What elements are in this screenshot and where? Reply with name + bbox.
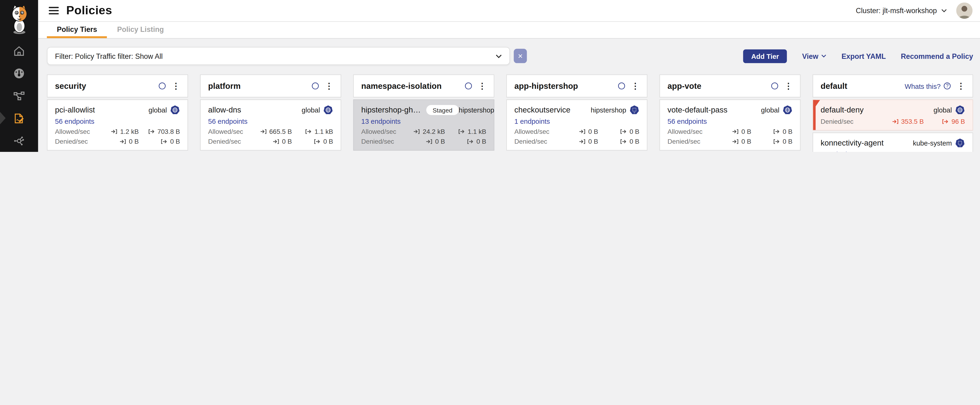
policy-name: hipstershop-gh…	[361, 106, 421, 114]
recommend-policy-button[interactable]: Recommend a Policy	[901, 52, 973, 60]
export-yaml-button[interactable]: Export YAML	[842, 52, 886, 60]
tab-policy-listing[interactable]: Policy Listing	[107, 22, 174, 38]
ingress-icon	[732, 128, 739, 134]
egress-icon	[467, 139, 474, 144]
denied-per-sec-row: Denied/sec 0 B 0 B	[55, 137, 180, 145]
allowed-label: Allowed/sec	[361, 128, 406, 135]
sidebar-item-endpoints[interactable]	[0, 89, 38, 103]
endpoints-link[interactable]: 56 endpoints	[668, 117, 707, 125]
policy-scope: global	[302, 105, 333, 115]
policy-name: pci-allowlist	[55, 106, 95, 114]
policy-name: checkoutservice	[514, 106, 570, 114]
allowed-egress-value: 703.8 B	[158, 128, 180, 135]
help-icon	[312, 83, 319, 89]
tier-name: app-vote	[668, 81, 702, 91]
policy-tier-column: namespace-isolation ⋮ hipstershop-gh… St…	[353, 74, 495, 152]
tier-cards: hipstershop-gh… Staged hipstershop ns 13…	[353, 99, 495, 152]
egress-icon	[314, 139, 321, 144]
tier-cards: pci-allowlist global 56 endpoints Allowe…	[47, 99, 188, 152]
denied-label: Denied/sec	[514, 137, 559, 145]
policy-scope-label: kube-system	[913, 139, 952, 147]
policy-card[interactable]: default-deny global Denied/sec 353.5 B 9…	[813, 99, 973, 131]
policy-scope-label: hipstershop	[591, 106, 626, 114]
policy-scope: global	[148, 105, 180, 115]
whats-this-link[interactable]	[156, 83, 165, 89]
policy-card[interactable]: hipstershop-gh… Staged hipstershop ns 13…	[353, 99, 495, 151]
user-avatar[interactable]	[956, 3, 972, 19]
denied-ingress-value: 0 B	[282, 137, 292, 145]
policy-card[interactable]: allow-dns global 56 endpoints Allowed/se…	[200, 99, 341, 151]
ingress-icon	[111, 128, 118, 134]
policy-scope-label: global	[934, 106, 952, 114]
endpoints-link[interactable]: 1 endpoints	[514, 117, 550, 125]
whats-this-link[interactable]: Whats this? ?	[905, 82, 951, 90]
endpoints-link[interactable]: 56 endpoints	[55, 117, 94, 125]
ingress-icon	[119, 139, 126, 144]
denied-egress-value: 96 B	[951, 117, 965, 125]
cluster-selector[interactable]: Cluster: jlt-msft-workshop	[856, 7, 937, 14]
tier-cards: default-deny global Denied/sec 353.5 B 9…	[813, 99, 973, 152]
policy-card[interactable]: pci-allowlist global 56 endpoints Allowe…	[47, 99, 188, 151]
namespace-scope-icon: ns	[955, 138, 965, 148]
denied-egress-value: 0 B	[476, 137, 486, 145]
tab-policy-tiers[interactable]: Policy Tiers	[47, 22, 107, 38]
policy-scope: global	[934, 105, 965, 115]
tier-name: namespace-isolation	[361, 81, 442, 91]
chevron-down-icon	[496, 54, 502, 58]
policy-scope-label: hipstershop	[458, 106, 494, 114]
policy-card[interactable]: checkoutservice hipstershop ns 1 endpoin…	[506, 99, 648, 151]
calico-cat-logo[interactable]	[5, 3, 33, 35]
policy-tier-column: app-vote ⋮ vote-default-pass global	[659, 74, 800, 152]
view-dropdown[interactable]: View	[802, 52, 827, 60]
clear-filter-button[interactable]: ×	[514, 49, 527, 63]
ingress-icon	[260, 128, 267, 134]
global-scope-icon	[783, 105, 792, 115]
endpoints-link[interactable]: 13 endpoints	[361, 117, 401, 125]
denied-per-sec-row: Denied/sec 0 B 0 B	[361, 137, 486, 145]
endpoints-link[interactable]: 56 endpoints	[208, 117, 248, 125]
view-label: View	[802, 52, 818, 60]
hamburger-menu-icon[interactable]	[49, 7, 59, 15]
policy-traffic-filter-dropdown[interactable]: Filter: Policy Traffic filter: Show All	[47, 47, 510, 65]
policy-scope: kube-system ns	[913, 138, 965, 148]
whats-this-link[interactable]	[309, 83, 319, 89]
policy-card[interactable]: vote-default-pass global 56 endpoints Al…	[659, 99, 800, 151]
sidebar-item-service-graph[interactable]	[0, 134, 38, 148]
home-icon	[13, 44, 25, 57]
sidebar-item-dashboard[interactable]	[0, 66, 38, 80]
tier-menu-kebab-icon[interactable]: ⋮	[478, 82, 486, 90]
tiers: security ⋮ pci-allowlist global	[47, 74, 973, 152]
whats-this-link[interactable]	[615, 83, 625, 89]
egress-icon	[620, 139, 627, 144]
tier-menu-kebab-icon[interactable]: ⋮	[631, 82, 640, 90]
whats-this-link[interactable]	[462, 83, 472, 89]
filter-label: Filter: Policy Traffic filter: Show All	[55, 52, 163, 60]
sidebar-item-home[interactable]	[0, 44, 38, 57]
allowed-label: Allowed/sec	[514, 128, 559, 135]
allowed-per-sec-row: Allowed/sec 0 B 0 B	[514, 128, 640, 135]
tier-header: app-hipstershop ⋮	[506, 74, 648, 97]
sidebar-item-policies[interactable]	[0, 111, 38, 125]
tier-cards: checkoutservice hipstershop ns 1 endpoin…	[506, 99, 648, 152]
header: Policies Cluster: jlt-msft-workshop	[38, 0, 980, 22]
tier-menu-kebab-icon[interactable]: ⋮	[957, 82, 965, 90]
page-title: Policies	[66, 4, 112, 18]
tier-menu-kebab-icon[interactable]: ⋮	[784, 82, 792, 90]
chevron-down-icon	[941, 9, 947, 13]
add-tier-button[interactable]: Add Tier	[743, 49, 787, 63]
tier-cards: vote-default-pass global 56 endpoints Al…	[659, 99, 800, 151]
tier-menu-kebab-icon[interactable]: ⋮	[172, 82, 180, 90]
policy-name: vote-default-pass	[668, 106, 727, 114]
policy-scope: global	[761, 105, 792, 115]
tier-menu-kebab-icon[interactable]: ⋮	[325, 82, 333, 90]
help-icon	[465, 83, 472, 89]
policy-scope: hipstershop ns	[458, 105, 494, 115]
allowed-ingress-value: 0 B	[741, 128, 751, 135]
whats-this-link[interactable]	[768, 83, 778, 89]
help-icon	[771, 83, 778, 89]
policy-card[interactable]: konnectivity-agent kube-system ns 2 endp…	[813, 132, 973, 152]
sidebar-nav	[0, 44, 38, 152]
endpoints-link[interactable]: 2 endpoints	[821, 151, 856, 152]
tier-header: security ⋮	[47, 74, 188, 97]
ingress-icon	[579, 128, 586, 134]
